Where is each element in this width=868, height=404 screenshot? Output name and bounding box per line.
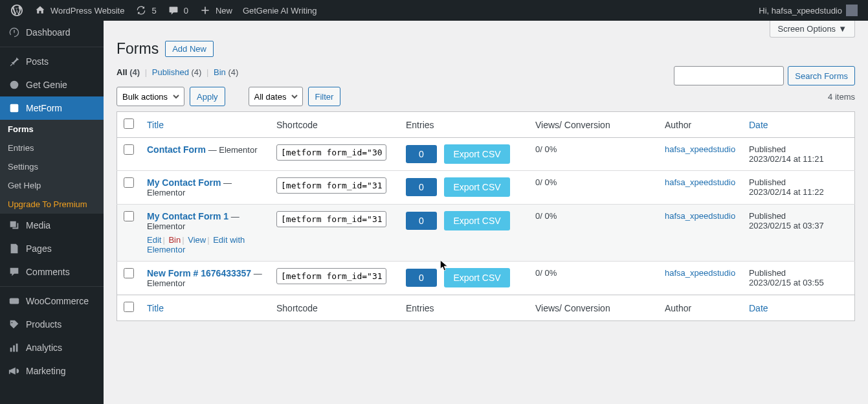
svg-rect-1	[10, 104, 19, 113]
menu-pages[interactable]: Pages	[0, 237, 104, 260]
entries-count[interactable]: 0	[406, 212, 437, 230]
submenu-metform: Forms Entries Settings Get Help Upgrade …	[0, 120, 104, 214]
svg-point-0	[10, 81, 19, 89]
filter-button[interactable]: Filter	[308, 87, 341, 106]
menu-metform[interactable]: MetForm	[0, 96, 104, 120]
entries-count[interactable]: 0	[406, 145, 437, 163]
submenu-upgrade[interactable]: Upgrade To Premium	[0, 195, 104, 214]
date-filter-select[interactable]: All dates	[249, 87, 303, 106]
updates-count: 5	[151, 6, 156, 16]
row-checkbox[interactable]	[124, 211, 134, 221]
col-date[interactable]: Date	[742, 112, 855, 138]
submenu-settings[interactable]: Settings	[0, 157, 104, 176]
row-checkbox[interactable]	[124, 177, 134, 188]
entries-count[interactable]: 0	[406, 178, 437, 196]
col-views-f: Views/ Conversion	[529, 295, 658, 321]
form-title-link[interactable]: My Contact Form 1	[147, 211, 228, 221]
menu-getgenie[interactable]: Get Genie	[0, 73, 104, 96]
comments[interactable]: 0	[162, 0, 194, 21]
col-title[interactable]: Title	[140, 112, 270, 138]
chart-icon	[8, 341, 21, 354]
add-new-button[interactable]: Add New	[165, 41, 214, 57]
svg-rect-5	[16, 344, 18, 352]
table-row: My Contact Form — Elementor 0 Export CSV…	[117, 171, 855, 205]
products-icon	[8, 318, 21, 331]
edit-link[interactable]: Edit	[147, 235, 161, 245]
admin-sidebar: Dashboard Posts Get Genie MetForm Forms …	[0, 21, 104, 404]
forms-table: Title Shortcode Entries Views/ Conversio…	[117, 111, 855, 321]
menu-dashboard[interactable]: Dashboard	[0, 21, 104, 44]
submenu-entries[interactable]: Entries	[0, 139, 104, 157]
select-all-bottom[interactable]	[124, 302, 134, 312]
filter-all[interactable]: All (4)	[117, 67, 140, 77]
table-row: Contact Form — Elementor 0 Export CSV 0/…	[117, 138, 855, 171]
date-value: 2023/02/14 at 11:22	[749, 187, 824, 197]
bin-link[interactable]: Bin	[168, 235, 181, 245]
page-icon	[8, 242, 21, 255]
avatar	[846, 5, 858, 16]
new-content[interactable]: New	[194, 0, 238, 21]
col-title-f[interactable]: Title	[140, 295, 270, 321]
author-link[interactable]: hafsa_xpeedstudio	[665, 177, 735, 187]
main-content: Screen Options ▼ Forms Add New Search Fo…	[104, 21, 868, 404]
bulk-actions-select[interactable]: Bulk actions	[117, 87, 184, 106]
table-row: New Form # 1676433357 — Elementor 0 Expo…	[117, 262, 855, 295]
comments-count: 0	[184, 6, 188, 16]
form-title-link[interactable]: Contact Form	[147, 144, 206, 155]
col-shortcode-f: Shortcode	[270, 295, 399, 321]
export-csv-button[interactable]: Export CSV	[444, 177, 509, 197]
filter-bin[interactable]: Bin (4)	[214, 67, 238, 77]
items-count: 4 items	[828, 92, 855, 102]
shortcode-field[interactable]	[276, 177, 386, 194]
search-input[interactable]	[674, 66, 784, 85]
author-link[interactable]: hafsa_xpeedstudio	[665, 144, 735, 154]
entries-count[interactable]: 0	[406, 269, 437, 287]
menu-analytics[interactable]: Analytics	[0, 336, 104, 359]
row-actions: Edit| Bin| View| Edit with Elementor	[147, 235, 263, 254]
col-date-f[interactable]: Date	[742, 295, 855, 321]
date-status: Published	[749, 268, 848, 278]
menu-media[interactable]: Media	[0, 214, 104, 237]
row-checkbox[interactable]	[124, 268, 134, 278]
search-button[interactable]: Search Forms	[788, 66, 855, 85]
svg-rect-2	[10, 298, 19, 304]
submenu-forms[interactable]: Forms	[0, 120, 104, 139]
page-title: Forms	[117, 40, 159, 58]
author-link[interactable]: hafsa_xpeedstudio	[665, 268, 735, 278]
form-title-link[interactable]: My Contact Form	[147, 177, 221, 188]
view-link[interactable]: View	[188, 235, 206, 245]
screen-options-toggle[interactable]: Screen Options ▼	[770, 21, 855, 38]
col-author-f: Author	[658, 295, 742, 321]
menu-posts[interactable]: Posts	[0, 50, 104, 73]
home-icon	[34, 4, 47, 17]
updates[interactable]: 5	[129, 0, 161, 21]
apply-button[interactable]: Apply	[190, 87, 225, 106]
site-home[interactable]: WordPress Website	[28, 0, 129, 21]
export-csv-button[interactable]: Export CSV	[444, 211, 509, 230]
shortcode-field[interactable]	[276, 144, 386, 161]
shortcode-field[interactable]	[276, 268, 386, 284]
menu-comments[interactable]: Comments	[0, 260, 104, 284]
author-link[interactable]: hafsa_xpeedstudio	[665, 211, 735, 221]
views-conversion: 0/ 0%	[535, 177, 557, 187]
submenu-help[interactable]: Get Help	[0, 176, 104, 195]
col-views: Views/ Conversion	[529, 112, 658, 138]
form-title-link[interactable]: New Form # 1676433357	[147, 268, 251, 278]
filter-published[interactable]: Published (4)	[152, 67, 202, 77]
select-all-top[interactable]	[124, 118, 134, 129]
svg-rect-4	[13, 345, 15, 352]
export-csv-button[interactable]: Export CSV	[444, 268, 509, 287]
menu-marketing[interactable]: Marketing	[0, 359, 104, 383]
export-csv-button[interactable]: Export CSV	[444, 144, 509, 164]
date-value: 2023/02/15 at 03:37	[749, 221, 824, 230]
getgenie-link[interactable]: GetGenie AI Writing	[238, 0, 322, 21]
update-icon	[135, 4, 148, 17]
menu-woocommerce[interactable]: WooCommerce	[0, 289, 104, 313]
wp-logo[interactable]	[5, 0, 28, 21]
admin-bar: WordPress Website 5 0 New GetGenie AI Wr…	[0, 0, 868, 21]
site-name: WordPress Website	[50, 6, 124, 16]
user-greeting[interactable]: Hi, hafsa_xpeedstudio	[753, 0, 863, 21]
shortcode-field[interactable]	[276, 211, 386, 227]
row-checkbox[interactable]	[124, 144, 134, 155]
menu-products[interactable]: Products	[0, 313, 104, 336]
